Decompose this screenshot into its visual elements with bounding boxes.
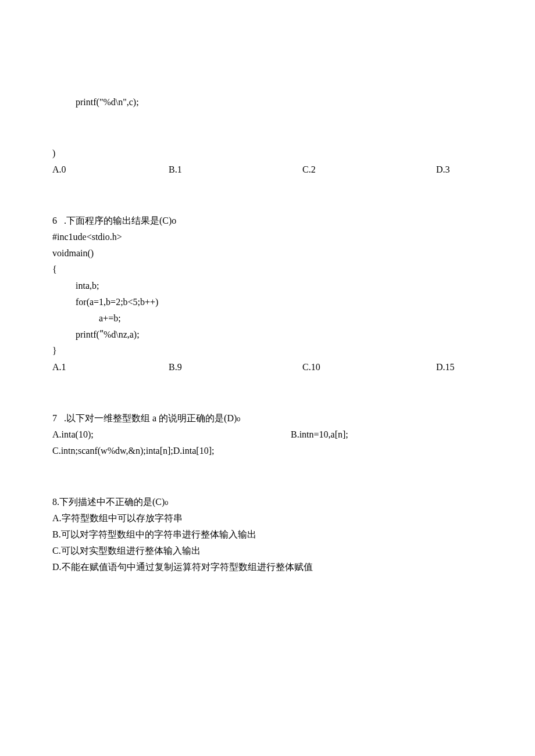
q6-code-l3: {	[52, 263, 483, 277]
q6-choice-c: C.10	[302, 360, 436, 374]
q7-row-ab: A.inta(10); B.intn=10,a[n];	[52, 428, 483, 442]
q6-code-l7: printf(ʺ%d\nz,a);	[52, 328, 483, 342]
q6-code-l6: a+=b;	[52, 311, 483, 325]
q7-choice-a: A.inta(10);	[52, 428, 291, 442]
q6-code-l4: inta,b;	[52, 279, 483, 293]
q7-choice-b: B.intn=10,a[n];	[291, 428, 348, 442]
q6-code-l1: #inc1ude<stdio.h>	[52, 230, 483, 244]
q8-choice-a: A.字符型数组中可以存放字符串	[52, 511, 483, 525]
spacer	[52, 179, 483, 212]
q5-choice-b: B.1	[169, 163, 302, 177]
q6-choices: A.1 B.9 C.10 D.15	[52, 360, 483, 374]
q8-choice-d: D.不能在赋值语句中通过复制运算符对字符型数组进行整体赋值	[52, 560, 483, 574]
q6-prompt: 6 .下面程序的输出结果是(C)o	[52, 214, 483, 228]
q6-code-l5: for(a=1,b=2;b<5;b++)	[52, 295, 483, 309]
q6-code-l2: voidmain()	[52, 246, 483, 260]
q6-choice-d: D.15	[436, 360, 455, 374]
q5-code-printf: printf("%d\n",c);	[52, 95, 483, 109]
q5-choice-a: A.0	[52, 163, 169, 177]
q5-choice-c: C.2	[302, 163, 436, 177]
q8-choice-b: B.可以对字符型数组中的字符串进行整体输入输出	[52, 528, 483, 542]
q7-prompt: 7 .以下对一维整型数组 a 的说明正确的是(D)₀	[52, 411, 483, 425]
spacer	[52, 112, 483, 144]
spacer	[52, 377, 483, 409]
spacer	[52, 460, 483, 493]
document-page: printf("%d\n",c); ) A.0 B.1 C.2 D.3 6 .下…	[0, 0, 535, 611]
q5-brace-close: )	[52, 146, 483, 160]
q8-choice-c: C.可以对实型数组进行整体输入输出	[52, 544, 483, 558]
q7-choice-cd: C.intn;scanf(w%dw,&n);inta[n];D.inta[10]…	[52, 444, 483, 458]
q5-choices: A.0 B.1 C.2 D.3	[52, 163, 483, 177]
q6-code-l8: }	[52, 344, 483, 358]
q8-prompt: 8.下列描述中不正确的是(C)₀	[52, 495, 483, 509]
q5-choice-d: D.3	[436, 163, 450, 177]
q6-choice-b: B.9	[169, 360, 302, 374]
q6-choice-a: A.1	[52, 360, 169, 374]
